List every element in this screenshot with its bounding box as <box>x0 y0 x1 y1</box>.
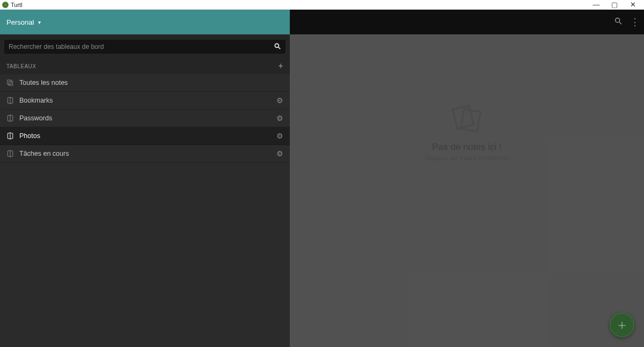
svg-line-9 <box>619 22 621 24</box>
gear-icon[interactable]: ⚙ <box>276 114 283 122</box>
empty-notes-icon <box>451 104 483 134</box>
search-wrap <box>0 34 290 58</box>
svg-line-1 <box>279 47 281 49</box>
plus-icon: + <box>618 317 626 334</box>
empty-subtext: Appuyez sur + pour commencer <box>425 155 509 161</box>
sidebar-item-label: Photos <box>19 132 40 140</box>
empty-sub-pre: Appuyez sur <box>425 155 459 161</box>
add-note-fab[interactable]: + <box>610 313 634 337</box>
sidebar-item-label: Bookmarks <box>19 97 53 104</box>
app-icon <box>2 2 9 8</box>
add-board-button[interactable]: + <box>278 61 283 71</box>
sidebar: Personal ▾ TABLEAUX + Toutes les notes <box>0 10 290 347</box>
window-maximize-button[interactable]: ▢ <box>605 1 624 9</box>
empty-state: Pas de notes ici ! Appuyez sur + pour co… <box>425 104 509 161</box>
window-minimize-button[interactable]: — <box>587 1 605 9</box>
space-selector[interactable]: Personal ▾ <box>0 10 290 34</box>
chevron-down-icon: ▾ <box>38 19 41 25</box>
sidebar-item-photos[interactable]: Photos ⚙ <box>0 127 290 145</box>
board-icon <box>6 150 14 157</box>
gear-icon[interactable]: ⚙ <box>276 96 283 105</box>
dim-overlay <box>290 34 644 347</box>
sidebar-item-label: Toutes les notes <box>19 79 68 86</box>
sidebar-item-all-notes[interactable]: Toutes les notes <box>0 74 290 92</box>
window-close-button[interactable]: ✕ <box>624 1 642 9</box>
sidebar-item-bookmarks[interactable]: Bookmarks ⚙ <box>0 92 290 110</box>
space-name: Personal <box>6 18 34 26</box>
boards-section-header: TABLEAUX + <box>0 58 290 74</box>
more-menu-button[interactable]: ⋮ <box>630 16 639 28</box>
main-body: Pas de notes ici ! Appuyez sur + pour co… <box>290 34 644 347</box>
gear-icon[interactable]: ⚙ <box>276 132 283 140</box>
sidebar-item-label: Passwords <box>19 114 52 122</box>
window-title: Turtl <box>11 2 23 8</box>
search-box[interactable] <box>4 40 286 54</box>
sidebar-item-passwords[interactable]: Passwords ⚙ <box>0 110 290 127</box>
sidebar-item-label: Tâches en cours <box>19 150 69 157</box>
board-icon <box>6 132 14 140</box>
board-icon <box>6 97 14 104</box>
gear-icon[interactable]: ⚙ <box>276 149 283 158</box>
svg-point-8 <box>616 18 620 23</box>
empty-heading: Pas de notes ici ! <box>425 142 509 153</box>
search-icon[interactable] <box>274 42 281 52</box>
main-area: ⋮ Pas de notes ici ! Appuyez sur + pour … <box>290 10 644 347</box>
sidebar-item-taches[interactable]: Tâches en cours ⚙ <box>0 145 290 163</box>
board-icon <box>6 114 14 122</box>
svg-point-0 <box>275 44 279 47</box>
notes-icon <box>6 79 14 86</box>
main-topbar: ⋮ <box>290 10 644 34</box>
empty-sub-post: pour commencer <box>463 155 509 161</box>
search-input[interactable] <box>9 43 274 50</box>
search-icon[interactable] <box>614 17 623 27</box>
window-titlebar: Turtl — ▢ ✕ <box>0 0 644 10</box>
boards-section-label: TABLEAUX <box>6 63 36 69</box>
